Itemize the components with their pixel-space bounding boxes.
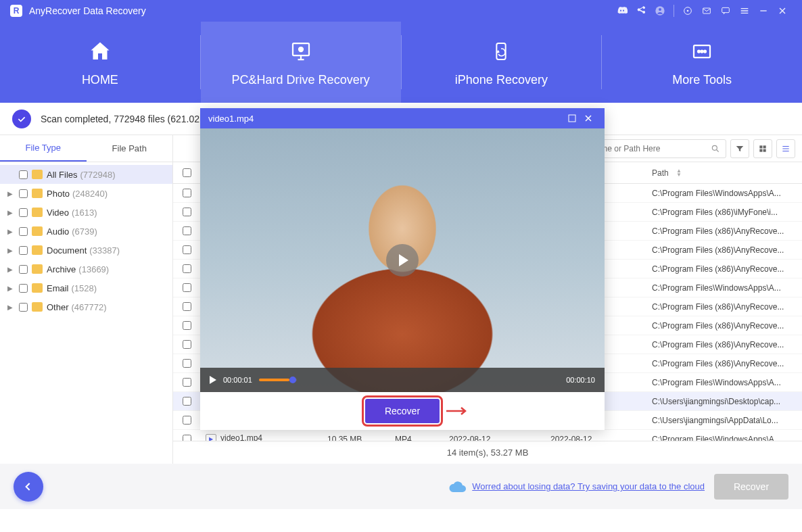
row-checkbox[interactable] xyxy=(183,208,191,216)
tree-checkbox[interactable] xyxy=(19,227,28,236)
discord-icon[interactable] xyxy=(613,1,632,20)
tree-checkbox[interactable] xyxy=(19,170,28,179)
row-checkbox[interactable] xyxy=(183,435,191,441)
folder-icon xyxy=(32,226,43,236)
row-checkbox[interactable] xyxy=(183,397,191,406)
row-checkbox[interactable] xyxy=(183,359,191,368)
svg-rect-5 xyxy=(722,7,730,12)
table-row[interactable]: ▶video1.mp4 10.35 MB MP4 2022-08-12 2022… xyxy=(173,430,802,441)
tree-checkbox[interactable] xyxy=(19,265,28,274)
folder-icon xyxy=(32,189,43,198)
modal-title: video1.mp4 xyxy=(208,114,254,124)
user-icon[interactable] xyxy=(651,1,669,20)
tree-checkbox[interactable] xyxy=(19,189,28,198)
nav-iphone-recovery[interactable]: iPhone Recovery xyxy=(402,22,602,103)
folder-icon xyxy=(32,245,43,255)
tab-file-path[interactable]: File Path xyxy=(87,135,173,162)
back-button[interactable] xyxy=(14,472,43,502)
tree-video[interactable]: ▶Video(1613) xyxy=(0,203,172,222)
folder-icon xyxy=(32,208,43,217)
video-preview[interactable]: 00:00:01 00:00:10 xyxy=(200,128,605,392)
row-checkbox[interactable] xyxy=(183,283,191,292)
nav-more-tools[interactable]: More Tools xyxy=(602,22,802,103)
folder-icon xyxy=(32,170,43,179)
tree-checkbox[interactable] xyxy=(19,246,28,255)
tree-photo[interactable]: ▶Photo(248240) xyxy=(0,184,172,203)
app-logo-icon: R xyxy=(10,5,22,17)
cloud-link[interactable]: Worred about losing data? Try saving you… xyxy=(448,480,705,493)
tree-all-files[interactable]: All Files(772948) xyxy=(0,165,172,184)
svg-point-13 xyxy=(712,145,717,150)
row-checkbox[interactable] xyxy=(183,226,191,235)
folder-icon xyxy=(32,264,43,274)
feedback-icon[interactable] xyxy=(716,1,735,20)
folder-icon xyxy=(32,283,43,293)
svg-point-7 xyxy=(299,47,303,51)
row-checkbox[interactable] xyxy=(183,264,191,273)
tree-other[interactable]: ▶Other(467772) xyxy=(0,297,172,316)
row-checkbox[interactable] xyxy=(183,302,191,311)
select-all-checkbox[interactable] xyxy=(183,168,191,177)
svg-rect-17 xyxy=(763,149,766,151)
play-icon[interactable] xyxy=(210,376,216,384)
tree-archive[interactable]: ▶Archive(13669) xyxy=(0,260,172,279)
monitor-icon xyxy=(287,38,314,65)
filter-button[interactable] xyxy=(730,139,749,158)
modal-recover-button[interactable]: Recover xyxy=(365,399,440,423)
search-icon xyxy=(711,144,720,153)
row-checkbox[interactable] xyxy=(183,340,191,349)
cloud-icon xyxy=(448,480,467,493)
check-icon xyxy=(12,110,31,128)
modal-close-icon[interactable] xyxy=(580,110,596,126)
phone-icon xyxy=(490,38,512,65)
tree-checkbox[interactable] xyxy=(19,303,28,312)
file-tree: All Files(772948) ▶Photo(248240) ▶Video(… xyxy=(0,162,172,319)
row-checkbox[interactable] xyxy=(183,378,191,387)
svg-rect-16 xyxy=(759,149,762,151)
row-checkbox[interactable] xyxy=(183,189,191,197)
row-checkbox[interactable] xyxy=(183,416,191,425)
svg-point-11 xyxy=(701,50,703,52)
close-icon[interactable] xyxy=(773,1,792,20)
share-icon[interactable] xyxy=(632,1,651,20)
app-title: AnyRecover Data Recovery xyxy=(29,5,146,16)
mail-icon[interactable] xyxy=(697,1,716,20)
tree-audio[interactable]: ▶Audio(6739) xyxy=(0,222,172,241)
sidebar: File Type File Path All Files(772948) ▶P… xyxy=(0,135,173,464)
svg-rect-4 xyxy=(703,8,711,14)
svg-rect-18 xyxy=(569,115,575,122)
minimize-icon[interactable] xyxy=(754,1,773,20)
row-checkbox[interactable] xyxy=(183,245,191,254)
list-view-button[interactable] xyxy=(776,139,795,158)
play-button[interactable] xyxy=(386,244,419,276)
time-current: 00:00:01 xyxy=(223,376,252,384)
svg-point-12 xyxy=(704,50,706,52)
tree-checkbox[interactable] xyxy=(19,284,28,293)
nav-home[interactable]: HOME xyxy=(0,22,200,103)
tree-email[interactable]: ▶Email(1528) xyxy=(0,279,172,297)
tab-file-type[interactable]: File Type xyxy=(0,135,87,162)
svg-point-1 xyxy=(659,8,661,11)
more-icon xyxy=(690,38,714,65)
menu-icon[interactable] xyxy=(735,1,754,20)
tree-checkbox[interactable] xyxy=(19,208,28,217)
row-checkbox[interactable] xyxy=(183,321,191,330)
modal-maximize-icon[interactable] xyxy=(564,110,580,126)
recover-button[interactable]: Recover xyxy=(714,474,788,500)
video-controls: 00:00:01 00:00:10 xyxy=(200,368,605,392)
progress-bar[interactable] xyxy=(259,379,297,381)
tree-document[interactable]: ▶Document(33387) xyxy=(0,241,172,260)
svg-point-3 xyxy=(687,10,689,12)
nav-tabs: HOME PC&Hard Drive Recovery iPhone Recov… xyxy=(0,22,802,103)
settings-icon[interactable] xyxy=(678,1,697,20)
grid-view-button[interactable] xyxy=(753,139,772,158)
folder-icon xyxy=(32,302,43,312)
titlebar: R AnyRecover Data Recovery xyxy=(0,0,802,22)
status-text: Scan completed, 772948 files (621.02 G xyxy=(41,114,210,124)
video-file-icon: ▶ xyxy=(206,434,216,441)
summary-text: 14 item(s), 53.27 MB xyxy=(173,441,802,464)
header-path[interactable]: Path ▲▼ xyxy=(646,168,802,178)
svg-rect-15 xyxy=(763,145,766,148)
nav-pc-recovery[interactable]: PC&Hard Drive Recovery xyxy=(201,22,401,103)
svg-point-10 xyxy=(698,50,700,52)
